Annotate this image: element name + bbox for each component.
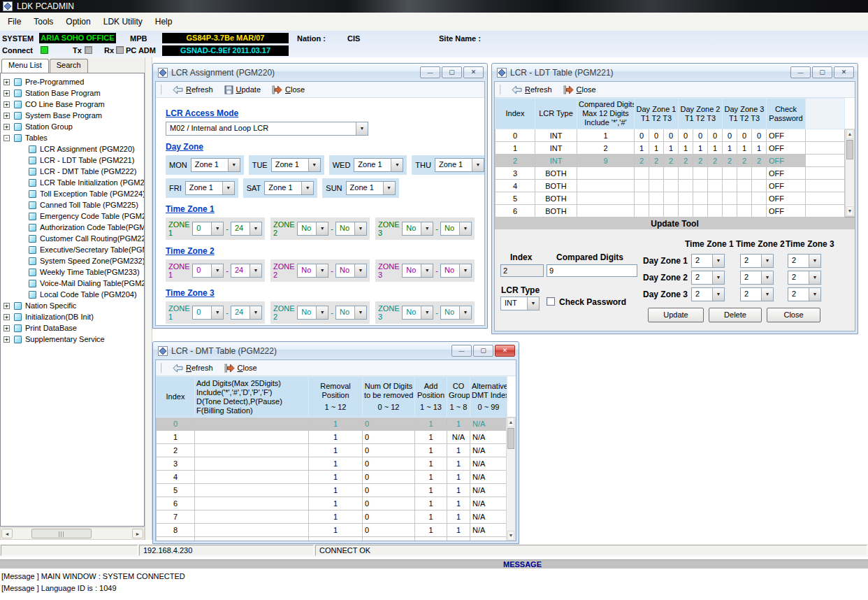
zone-from-select[interactable]: No (402, 222, 433, 236)
zone-to-select[interactable]: No (440, 222, 472, 236)
maximize-button[interactable] (473, 345, 493, 357)
chevron-down-icon[interactable] (354, 222, 366, 235)
scrollbar-thumb[interactable] (846, 140, 853, 159)
zone-to-select[interactable]: 24 (231, 222, 262, 236)
window-pgm222-titlebar[interactable]: LCR - DMT Table (PGM222) (153, 342, 519, 359)
scroll-up-icon[interactable]: ▲ (507, 417, 514, 427)
tree-item-tables[interactable]: Tables (1, 132, 144, 143)
tree-item-system-speed-zone[interactable]: System Speed Zone(PGM232) (1, 255, 144, 266)
chevron-down-icon[interactable] (316, 222, 328, 235)
menu-help[interactable]: Help (149, 14, 179, 29)
chevron-down-icon[interactable] (761, 255, 773, 267)
zone-from-select[interactable]: 0 (192, 306, 224, 320)
table-row-selected[interactable]: 2INT9222222222OFF (496, 155, 845, 167)
chevron-down-icon[interactable] (249, 222, 261, 235)
window-pgm220-titlebar[interactable]: LCR Assignment (PGM220) (153, 64, 487, 81)
tree-item-pre-programmed[interactable]: Pre-Programmed (1, 76, 144, 87)
day-zone-select[interactable]: Zone 1 (346, 181, 396, 195)
table-row[interactable]: 41011N/A (157, 471, 507, 484)
chevron-down-icon[interactable] (421, 264, 433, 277)
chevron-down-icon[interactable] (301, 182, 313, 194)
scroll-right-icon[interactable]: ► (132, 529, 143, 538)
close-button-toolbar[interactable]: Close (224, 364, 257, 373)
tree-item-station-group[interactable]: Station Group (1, 121, 144, 132)
scroll-down-icon[interactable]: ▼ (846, 206, 853, 216)
expand-icon[interactable] (3, 124, 10, 130)
dz2-tz1-select[interactable]: 2 (691, 271, 725, 285)
day-zone-select[interactable]: Zone 1 (354, 158, 403, 172)
zone-from-select[interactable]: 0 (192, 264, 224, 278)
tree-item-supplementary-service[interactable]: Supplementary Service (1, 334, 144, 345)
table-row-selected[interactable]: 01011N/A (157, 417, 507, 431)
dz1-tz2-select[interactable]: 2 (740, 254, 774, 268)
tree-item-executive-secretary[interactable]: Executive/Secretary Table(PGM (1, 244, 144, 255)
lcr-access-mode-select[interactable]: M02 / Internal and Loop LCR (166, 122, 368, 136)
tree-item-authorization-code[interactable]: Authorization Code Table(PGM (1, 222, 144, 233)
table-row[interactable]: 5BOTHOFF (496, 192, 845, 205)
scroll-up-icon[interactable]: ▲ (846, 129, 853, 139)
chevron-down-icon[interactable] (383, 182, 395, 194)
scroll-left-icon[interactable]: ◄ (1, 529, 13, 538)
zone-to-select[interactable]: No (440, 306, 472, 320)
expand-icon[interactable] (3, 113, 10, 119)
close-button[interactable]: Close (767, 308, 820, 322)
table-row[interactable]: 21011N/A (157, 444, 507, 457)
refresh-button[interactable]: Refresh (173, 85, 213, 94)
tree-item-local-code-table[interactable]: Local Code Table (PGM204) (1, 289, 144, 300)
expand-icon[interactable] (3, 79, 10, 85)
zone-to-select[interactable]: No (335, 222, 367, 236)
table-row[interactable]: 0INT1000000000OFF (496, 129, 845, 142)
zone-from-select[interactable]: No (402, 264, 433, 278)
refresh-button[interactable]: Refresh (173, 364, 213, 373)
close-button[interactable] (495, 345, 515, 357)
menu-tools[interactable]: Tools (27, 14, 59, 29)
chevron-down-icon[interactable] (211, 306, 223, 319)
maximize-button[interactable] (812, 66, 832, 78)
dz3-tz3-select[interactable]: 2 (788, 287, 821, 301)
dz2-tz2-select[interactable]: 2 (740, 271, 774, 285)
table-row[interactable]: 91011N/A (157, 537, 507, 542)
chevron-down-icon[interactable] (527, 297, 539, 310)
maximize-button[interactable] (442, 66, 462, 78)
table-row[interactable]: 3BOTHOFF (496, 167, 845, 180)
tree-item-print-database[interactable]: Print DataBase (1, 322, 144, 334)
chevron-down-icon[interactable] (421, 222, 433, 235)
close-button-toolbar[interactable]: Close (563, 85, 596, 94)
chevron-down-icon[interactable] (316, 264, 328, 277)
table-row[interactable]: 71011N/A (157, 510, 507, 524)
minimize-button[interactable] (790, 66, 811, 78)
expand-icon[interactable] (3, 90, 10, 97)
tree-horizontal-scrollbar[interactable]: ◄ ► (0, 527, 145, 540)
chevron-down-icon[interactable] (459, 306, 471, 319)
zone-from-select[interactable]: No (297, 264, 328, 278)
tree-item-nation-specific[interactable]: Nation Specific (1, 300, 144, 311)
check-password-checkbox[interactable] (547, 297, 555, 306)
tree-item-pgm223[interactable]: LCR Table Initialization (PGM22 (1, 177, 144, 188)
menu-ldk-utility[interactable]: LDK Utility (97, 14, 149, 29)
day-zone-select[interactable]: Zone 1 (435, 158, 484, 172)
zone-from-select[interactable]: No (402, 306, 433, 320)
menu-file[interactable]: File (1, 14, 27, 29)
chevron-down-icon[interactable] (211, 264, 223, 277)
zone-to-select[interactable]: No (335, 264, 367, 278)
day-zone-select[interactable]: Zone 1 (185, 181, 235, 195)
zone-from-select[interactable]: No (297, 306, 328, 320)
zone-to-select[interactable]: No (440, 264, 472, 278)
chevron-down-icon[interactable] (712, 271, 724, 284)
update-button[interactable]: Update (648, 308, 704, 322)
chevron-down-icon[interactable] (459, 264, 471, 277)
table-row[interactable]: 6BOTHOFF (496, 205, 845, 217)
dz2-tz3-select[interactable]: 2 (788, 271, 821, 285)
table-row[interactable]: 1INT2111111111OFF (496, 142, 845, 155)
table-row[interactable]: 61011N/A (157, 497, 507, 510)
zone-to-select[interactable]: 24 (231, 264, 262, 278)
tree-item-weekly-time-table[interactable]: Weekly Time Table(PGM233) (1, 266, 144, 278)
expand-icon[interactable] (3, 101, 10, 108)
delete-button[interactable]: Delete (709, 308, 762, 322)
tree-item-co-line-base[interactable]: CO Line Base Program (1, 99, 144, 110)
scrollbar-thumb[interactable] (31, 529, 92, 538)
tree-item-pgm220[interactable]: LCR Assignment (PGM220) (1, 143, 144, 155)
table-row[interactable]: 1101N/AN/A (157, 431, 507, 444)
day-zone-select[interactable]: Zone 1 (264, 181, 314, 195)
table-row[interactable]: 51011N/A (157, 484, 507, 497)
